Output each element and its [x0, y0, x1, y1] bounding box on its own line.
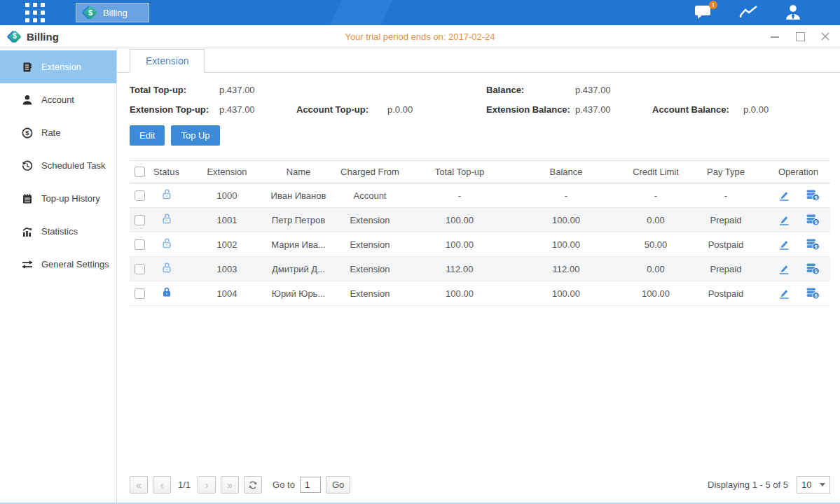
main-area: Extension Account $ Rate: [0, 48, 840, 503]
taskbar-item-billing[interactable]: $ Billing: [76, 3, 149, 22]
extension-topup-value: p.437.00: [219, 104, 296, 115]
sidebar-item-rate[interactable]: $ Rate: [0, 116, 116, 149]
topup-row-icon[interactable]: $: [806, 189, 820, 202]
balance-cell: 100.00: [506, 281, 626, 306]
goto-page-input[interactable]: [300, 477, 321, 493]
extension-cell: 1003: [184, 257, 270, 281]
sidebar-label: General Settings: [41, 259, 109, 270]
first-page-button[interactable]: «: [130, 476, 148, 493]
edit-row-icon[interactable]: [778, 214, 790, 226]
col-credit-limit: Credit Limit: [626, 161, 685, 183]
pay-type-cell: Prepaid: [685, 257, 766, 281]
operation-cell: $: [766, 183, 830, 208]
page-size-value: 10: [801, 479, 811, 490]
topup-row-icon[interactable]: $: [806, 214, 820, 226]
trial-notice: Your trial period ends on: 2017-02-24: [0, 31, 840, 42]
row-checkbox[interactable]: [135, 239, 145, 250]
topup-row-icon[interactable]: $: [806, 238, 820, 251]
name-cell: Юрий Юрь...: [270, 281, 326, 306]
edit-button[interactable]: Edit: [130, 125, 165, 146]
balance-cell: 112.00: [506, 257, 626, 281]
close-icon[interactable]: [820, 31, 830, 41]
charged-from-cell: Extension: [326, 208, 413, 232]
name-cell: Дмитрий Д...: [270, 257, 326, 281]
rate-icon: $: [22, 127, 33, 139]
minimize-icon[interactable]: [770, 31, 780, 41]
goto-label: Go to: [273, 479, 295, 490]
extension-topup-label: Extension Top-up:: [130, 104, 219, 115]
balance-label: Balance:: [486, 85, 575, 95]
window-titlebar: $ Billing Your trial period ends on: 201…: [0, 25, 840, 48]
edit-row-icon[interactable]: [778, 263, 790, 275]
topup-row-icon[interactable]: $: [806, 262, 820, 275]
displaying-label: Displaying 1 - 5 of 5: [708, 479, 788, 490]
maximize-icon[interactable]: [795, 31, 805, 41]
row-checkbox[interactable]: [135, 264, 145, 274]
svg-text:$: $: [25, 129, 29, 136]
table-row: 1003 Дмитрий Д... Extension 112.00 112.0…: [130, 257, 830, 281]
col-pay-type: Pay Type: [685, 161, 766, 183]
total-topup-value: p.437.00: [219, 85, 296, 95]
svg-text:$: $: [814, 244, 817, 250]
row-checkbox[interactable]: [135, 288, 145, 299]
edit-row-icon[interactable]: [778, 288, 790, 300]
table-header-row: Status Extension Name Charged From Total…: [130, 161, 830, 183]
next-page-button[interactable]: ›: [198, 476, 216, 493]
status-cell: [149, 183, 184, 208]
topup-row-icon[interactable]: $: [806, 287, 820, 300]
refresh-icon: [248, 480, 258, 490]
sidebar-item-scheduled-task[interactable]: Scheduled Task: [0, 149, 116, 182]
table-row: 1004 Юрий Юрь... Extension 100.00 100.00…: [130, 281, 830, 306]
footer-right: Displaying 1 - 5 of 5 10: [708, 476, 830, 493]
sidebar-item-extension[interactable]: Extension: [0, 50, 116, 83]
unlocked-icon[interactable]: [161, 213, 172, 225]
extension-cell: 1001: [184, 208, 270, 232]
unlocked-icon[interactable]: [161, 262, 172, 274]
balance-cell: 100.00: [506, 232, 626, 257]
status-cell: [149, 257, 184, 281]
unlocked-icon[interactable]: [161, 188, 172, 200]
window-title: Billing: [27, 31, 59, 43]
notifications-icon[interactable]: !: [694, 4, 714, 22]
sidebar-item-general-settings[interactable]: General Settings: [0, 248, 116, 281]
col-balance: Balance: [506, 161, 626, 183]
notification-badge: !: [709, 1, 717, 9]
extension-cell: 1004: [184, 281, 270, 306]
table-body: 1000 Иван Иванов Account - - - -: [130, 183, 830, 306]
sidebar-label: Extension: [41, 62, 81, 72]
topup-button[interactable]: Top Up: [171, 125, 219, 146]
pay-type-cell: Postpaid: [685, 232, 766, 257]
edit-row-icon[interactable]: [778, 239, 790, 251]
last-page-button[interactable]: »: [221, 476, 239, 493]
row-checkbox[interactable]: [135, 215, 145, 225]
tab-extension[interactable]: Extension: [130, 49, 205, 73]
status-cell: [149, 232, 184, 257]
resource-monitor-icon[interactable]: [739, 4, 759, 22]
col-extension: Extension: [184, 161, 270, 183]
select-all-checkbox[interactable]: [135, 167, 145, 177]
account-topup-label: Account Top-up:: [296, 104, 387, 115]
sidebar-item-topup-history[interactable]: Top-up History: [0, 182, 116, 215]
credit-limit-cell: -: [626, 183, 685, 208]
sidebar-item-account[interactable]: Account: [0, 83, 116, 116]
billing-window-icon: $: [8, 30, 21, 43]
pay-type-cell: Postpaid: [685, 281, 766, 306]
account-topup-value: p.0.00: [387, 104, 486, 115]
sidebar-item-statistics[interactable]: Statistics: [0, 215, 116, 248]
apps-grid-icon[interactable]: [25, 3, 45, 22]
user-account-icon[interactable]: [784, 4, 804, 22]
page-indicator: 1/1: [178, 479, 191, 490]
extension-cell: 1000: [184, 183, 270, 208]
row-checkbox[interactable]: [135, 190, 145, 201]
refresh-button[interactable]: [244, 476, 262, 493]
operation-cell: $: [766, 208, 830, 232]
page-size-select[interactable]: 10: [797, 476, 830, 493]
unlocked-icon[interactable]: [161, 237, 172, 249]
extension-cell: 1002: [184, 232, 270, 257]
locked-icon[interactable]: [161, 286, 172, 298]
go-button[interactable]: Go: [326, 476, 350, 493]
edit-row-icon[interactable]: [778, 190, 790, 202]
status-cell: [149, 208, 184, 232]
topbar: $ Billing !: [0, 0, 840, 25]
prev-page-button[interactable]: ‹: [153, 476, 171, 493]
